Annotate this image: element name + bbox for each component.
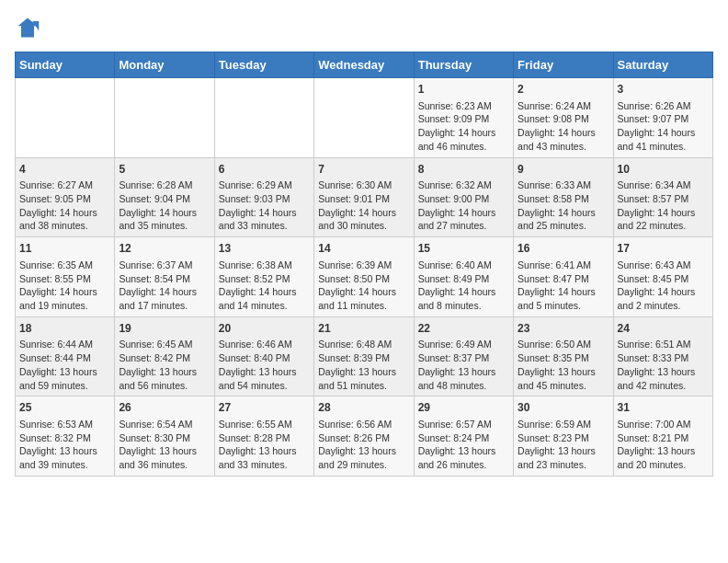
day-info: Sunrise: 6:29 AM [219, 178, 310, 192]
day-info: Sunrise: 6:51 AM [618, 338, 709, 351]
day-number: 10 [618, 162, 709, 178]
day-number: 11 [19, 241, 110, 257]
calendar-header-row: SundayMondayTuesdayWednesdayThursdayFrid… [16, 52, 713, 78]
calendar-cell: 25Sunrise: 6:53 AMSunset: 8:32 PMDayligh… [16, 396, 115, 477]
calendar-cell: 28Sunrise: 6:56 AMSunset: 8:26 PMDayligh… [314, 396, 414, 477]
day-info: Daylight: 13 hours and 39 minutes. [19, 444, 110, 471]
day-info: Sunrise: 6:48 AM [318, 338, 409, 351]
day-info: Sunset: 8:52 PM [219, 272, 310, 286]
day-number: 1 [418, 82, 509, 98]
day-number: 15 [418, 241, 509, 257]
calendar-cell: 1Sunrise: 6:23 AMSunset: 9:09 PMDaylight… [414, 78, 513, 158]
day-info: Daylight: 13 hours and 26 minutes. [418, 444, 509, 471]
calendar-cell: 19Sunrise: 6:45 AMSunset: 8:42 PMDayligh… [115, 316, 214, 396]
day-info: Daylight: 13 hours and 29 minutes. [318, 444, 409, 471]
day-info: Sunset: 8:54 PM [119, 272, 210, 286]
day-number: 24 [618, 321, 709, 337]
day-info: Daylight: 13 hours and 45 minutes. [518, 365, 609, 392]
day-info: Sunset: 8:28 PM [219, 431, 310, 445]
logo-icon [15, 15, 40, 40]
day-info: Sunset: 8:24 PM [418, 431, 509, 445]
day-info: Sunset: 8:55 PM [19, 272, 110, 286]
calendar-cell: 7Sunrise: 6:30 AMSunset: 9:01 PMDaylight… [314, 157, 414, 237]
day-info: Sunrise: 6:24 AM [518, 99, 609, 113]
day-info: Daylight: 14 hours and 46 minutes. [418, 126, 509, 153]
day-number: 31 [618, 400, 709, 416]
day-info: Daylight: 13 hours and 54 minutes. [219, 365, 310, 392]
day-info: Sunrise: 6:26 AM [618, 99, 709, 113]
day-info: Daylight: 13 hours and 20 minutes. [618, 444, 709, 471]
day-number: 6 [219, 162, 310, 178]
day-info: Sunset: 8:44 PM [19, 351, 110, 365]
calendar-week-row: 25Sunrise: 6:53 AMSunset: 8:32 PMDayligh… [16, 396, 713, 477]
day-number: 29 [418, 400, 509, 416]
calendar-cell: 30Sunrise: 6:59 AMSunset: 8:23 PMDayligh… [514, 396, 613, 477]
calendar-cell: 12Sunrise: 6:37 AMSunset: 8:54 PMDayligh… [115, 237, 214, 317]
day-info: Sunset: 9:00 PM [418, 192, 509, 206]
day-info: Sunset: 8:37 PM [418, 351, 509, 365]
day-info: Sunrise: 6:44 AM [19, 338, 110, 351]
day-info: Daylight: 14 hours and 8 minutes. [418, 285, 509, 312]
day-info: Sunset: 9:08 PM [518, 112, 609, 126]
day-number: 2 [518, 82, 609, 98]
day-info: Daylight: 14 hours and 19 minutes. [19, 285, 110, 312]
day-number: 8 [418, 162, 509, 178]
day-info: Daylight: 13 hours and 42 minutes. [618, 365, 709, 392]
day-number: 4 [19, 162, 110, 178]
day-info: Sunrise: 6:56 AM [318, 418, 409, 431]
day-info: Sunrise: 6:37 AM [119, 259, 210, 272]
day-info: Sunrise: 6:46 AM [219, 338, 310, 351]
day-info: Daylight: 13 hours and 36 minutes. [119, 444, 210, 471]
day-number: 25 [19, 400, 110, 416]
day-number: 13 [219, 241, 310, 257]
day-info: Sunset: 9:03 PM [219, 192, 310, 206]
day-info: Daylight: 14 hours and 5 minutes. [518, 285, 609, 312]
calendar-cell: 6Sunrise: 6:29 AMSunset: 9:03 PMDaylight… [214, 157, 313, 237]
day-info: Sunset: 8:58 PM [518, 192, 609, 206]
calendar-cell: 27Sunrise: 6:55 AMSunset: 8:28 PMDayligh… [214, 396, 313, 477]
day-info: Sunset: 8:32 PM [19, 431, 110, 445]
day-info: Daylight: 14 hours and 27 minutes. [418, 206, 509, 233]
calendar-cell: 15Sunrise: 6:40 AMSunset: 8:49 PMDayligh… [414, 237, 513, 317]
day-info: Daylight: 14 hours and 33 minutes. [219, 206, 310, 233]
day-number: 7 [318, 162, 409, 178]
day-number: 30 [518, 400, 609, 416]
day-info: Sunrise: 6:55 AM [219, 418, 310, 431]
weekday-header: Monday [115, 52, 214, 78]
day-info: Sunset: 9:09 PM [418, 112, 509, 126]
calendar-week-row: 11Sunrise: 6:35 AMSunset: 8:55 PMDayligh… [16, 237, 713, 317]
calendar-cell: 14Sunrise: 6:39 AMSunset: 8:50 PMDayligh… [314, 237, 414, 317]
day-info: Sunset: 8:30 PM [119, 431, 210, 445]
day-number: 22 [418, 321, 509, 337]
day-info: Sunset: 8:50 PM [318, 272, 409, 286]
day-info: Sunset: 8:42 PM [119, 351, 210, 365]
day-number: 14 [318, 241, 409, 257]
calendar-cell [214, 78, 313, 158]
day-number: 18 [19, 321, 110, 337]
day-info: Daylight: 13 hours and 56 minutes. [119, 365, 210, 392]
calendar-cell: 16Sunrise: 6:41 AMSunset: 8:47 PMDayligh… [514, 237, 613, 317]
day-info: Sunrise: 6:39 AM [318, 259, 409, 272]
day-number: 19 [119, 321, 210, 337]
day-info: Sunrise: 6:41 AM [518, 259, 609, 272]
day-info: Sunrise: 6:59 AM [518, 418, 609, 431]
day-info: Sunrise: 6:43 AM [618, 259, 709, 272]
calendar-cell: 3Sunrise: 6:26 AMSunset: 9:07 PMDaylight… [613, 78, 712, 158]
calendar-table: SundayMondayTuesdayWednesdayThursdayFrid… [15, 52, 713, 477]
calendar-cell: 13Sunrise: 6:38 AMSunset: 8:52 PMDayligh… [214, 237, 313, 317]
day-info: Sunset: 8:35 PM [518, 351, 609, 365]
day-info: Sunrise: 6:53 AM [19, 418, 110, 431]
weekday-header: Wednesday [314, 52, 414, 78]
day-number: 3 [618, 82, 709, 98]
calendar-cell: 9Sunrise: 6:33 AMSunset: 8:58 PMDaylight… [514, 157, 613, 237]
day-info: Sunset: 8:45 PM [618, 272, 709, 286]
day-number: 12 [119, 241, 210, 257]
day-info: Daylight: 14 hours and 25 minutes. [518, 206, 609, 233]
day-info: Daylight: 14 hours and 14 minutes. [219, 285, 310, 312]
day-info: Sunset: 8:21 PM [618, 431, 709, 445]
day-number: 21 [318, 321, 409, 337]
day-number: 9 [518, 162, 609, 178]
day-info: Sunset: 8:39 PM [318, 351, 409, 365]
calendar-cell [314, 78, 414, 158]
day-info: Sunset: 9:05 PM [19, 192, 110, 206]
